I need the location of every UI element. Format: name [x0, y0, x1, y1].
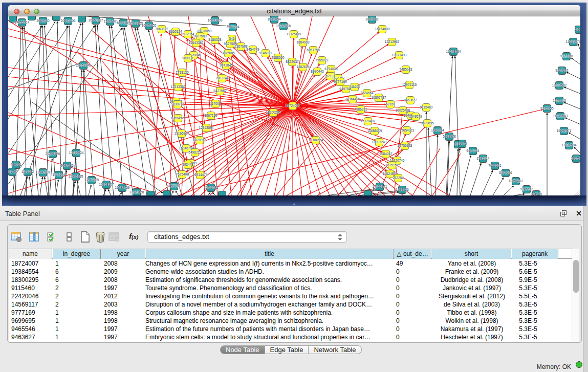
svg-text:746266: 746266 [349, 85, 360, 89]
svg-text:9242845: 9242845 [220, 63, 233, 67]
svg-text:9474444: 9474444 [466, 149, 480, 152]
svg-text:28226058: 28226058 [197, 29, 212, 33]
svg-text:8454749: 8454749 [246, 48, 259, 51]
svg-text:2069140: 2069140 [36, 19, 50, 23]
svg-text:1362615: 1362615 [296, 65, 310, 69]
svg-text:10025438: 10025438 [396, 108, 410, 112]
svg-text:10807487: 10807487 [372, 96, 386, 99]
svg-text:12213967: 12213967 [385, 40, 400, 43]
svg-text:10653287: 10653287 [89, 18, 103, 22]
svg-text:6794028: 6794028 [324, 67, 338, 71]
svg-text:18300295: 18300295 [266, 111, 281, 114]
svg-text:20691406: 20691406 [61, 19, 76, 23]
svg-text:8878352: 8878352 [193, 138, 206, 142]
svg-text:17957225: 17957225 [84, 178, 99, 182]
svg-text:10688609: 10688609 [367, 129, 382, 133]
svg-text:16782759: 16782759 [115, 186, 130, 189]
svg-text:29053346: 29053346 [76, 63, 91, 67]
svg-text:9777169: 9777169 [334, 80, 347, 83]
svg-text:18724007: 18724007 [286, 104, 300, 107]
svg-text:9146821: 9146821 [259, 51, 272, 55]
svg-text:1115682: 1115682 [21, 170, 34, 173]
svg-text:1615152: 1615152 [385, 163, 399, 167]
svg-text:9245652: 9245652 [520, 187, 533, 191]
svg-text:2087682: 2087682 [365, 17, 379, 21]
svg-text:20206576: 20206576 [46, 152, 60, 156]
svg-text:10719155: 10719155 [128, 21, 143, 25]
svg-text:252254: 252254 [393, 176, 404, 180]
svg-text:14055714: 14055714 [15, 20, 30, 24]
svg-text:7663822: 7663822 [155, 27, 168, 31]
svg-text:7625402: 7625402 [176, 172, 189, 176]
svg-text:20364436: 20364436 [345, 97, 360, 101]
svg-text:124560: 124560 [531, 192, 542, 195]
svg-text:12353594: 12353594 [199, 126, 214, 129]
svg-text:3875685: 3875685 [222, 51, 235, 55]
svg-text:8822037: 8822037 [286, 60, 299, 63]
svg-text:62160: 62160 [386, 102, 395, 106]
svg-text:9699695: 9699695 [421, 121, 434, 125]
svg-text:1864093: 1864093 [296, 40, 310, 44]
svg-text:10756928: 10756928 [398, 144, 412, 147]
svg-text:2935114: 2935114 [477, 157, 490, 160]
svg-text:16543382: 16543382 [189, 41, 204, 45]
svg-text:9827500: 9827500 [193, 34, 207, 38]
svg-text:19654923: 19654923 [400, 128, 415, 132]
svg-text:10654112: 10654112 [509, 179, 524, 183]
svg-text:14136141: 14136141 [373, 185, 387, 188]
svg-text:10958107: 10958107 [99, 183, 114, 186]
svg-text:16671355: 16671355 [142, 24, 157, 27]
svg-text:9097586: 9097586 [60, 164, 74, 167]
svg-text:17359924: 17359924 [69, 151, 84, 155]
svg-text:1244413: 1244413 [553, 99, 566, 102]
svg-text:19384554: 19384554 [309, 138, 323, 142]
svg-text:12093582: 12093582 [552, 83, 567, 87]
svg-text:12942737: 12942737 [36, 170, 51, 174]
svg-text:11124: 11124 [574, 28, 580, 31]
svg-text:1733426: 1733426 [396, 188, 409, 191]
svg-text:9457791: 9457791 [167, 184, 181, 188]
svg-text:7357224: 7357224 [226, 25, 239, 29]
svg-text:8813054: 8813054 [268, 17, 281, 21]
svg-text:15720407: 15720407 [361, 119, 376, 123]
svg-text:1640954: 1640954 [431, 128, 444, 132]
svg-text:8267130: 8267130 [204, 114, 217, 117]
svg-text:10654925: 10654925 [171, 116, 186, 120]
svg-text:15716485: 15716485 [204, 186, 219, 189]
svg-text:9115460: 9115460 [420, 105, 433, 109]
svg-text:12905185: 12905185 [69, 174, 83, 178]
svg-text:10973493: 10973493 [392, 53, 407, 57]
svg-text:1145194: 1145194 [53, 173, 66, 177]
svg-text:5498222: 5498222 [188, 150, 202, 154]
svg-text:8215955: 8215955 [540, 106, 554, 110]
svg-text:391497: 391497 [8, 170, 18, 173]
svg-text:18807249: 18807249 [372, 140, 387, 144]
svg-text:8990443: 8990443 [311, 70, 324, 73]
svg-text:9463627: 9463627 [404, 98, 417, 102]
svg-text:8660124: 8660124 [169, 30, 182, 33]
svg-text:15692971: 15692971 [557, 129, 572, 133]
svg-text:6961758: 6961758 [307, 48, 320, 52]
svg-text:16914479: 16914479 [193, 173, 208, 177]
svg-text:7632621: 7632621 [488, 164, 502, 167]
svg-text:989031: 989031 [182, 56, 193, 60]
svg-text:2803144: 2803144 [215, 76, 229, 80]
svg-text:7955822: 7955822 [315, 58, 329, 62]
svg-text:2367608: 2367608 [234, 45, 248, 48]
svg-text:1549579: 1549579 [409, 115, 422, 118]
svg-text:8186328: 8186328 [208, 38, 222, 41]
svg-text:9084067: 9084067 [379, 152, 393, 156]
svg-text:12975115: 12975115 [402, 83, 417, 86]
svg-text:13325419: 13325419 [287, 32, 301, 36]
svg-text:17016504: 17016504 [562, 143, 577, 147]
svg-text:16033809: 16033809 [208, 18, 223, 22]
svg-text:117008: 117008 [210, 102, 221, 105]
svg-text:8912954: 8912954 [181, 32, 194, 36]
svg-text:9329966: 9329966 [560, 54, 573, 58]
svg-text:12213382: 12213382 [171, 85, 186, 89]
svg-text:993448: 993448 [182, 163, 193, 166]
svg-text:15751074: 15751074 [566, 40, 580, 43]
svg-text:3824554: 3824554 [360, 91, 374, 95]
svg-text:9227342: 9227342 [555, 69, 569, 72]
svg-text:8471676: 8471676 [499, 171, 512, 174]
